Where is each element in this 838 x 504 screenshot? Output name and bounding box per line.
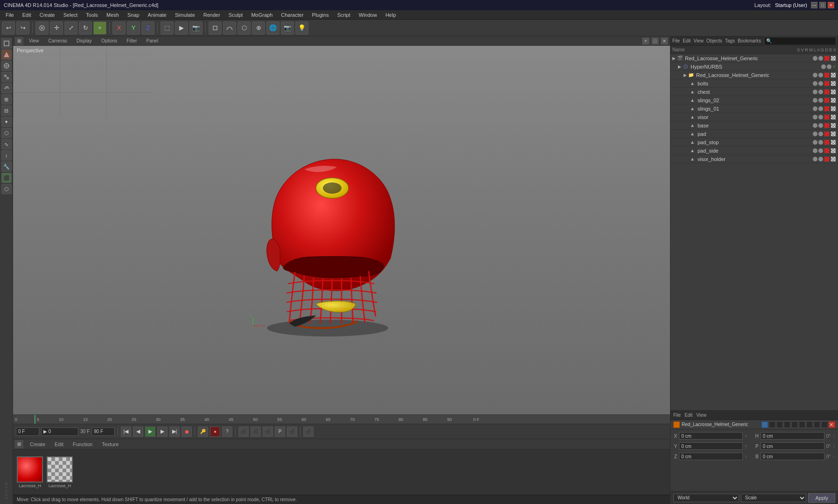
object-button[interactable] — [209, 21, 222, 35]
add-button[interactable]: + — [93, 21, 106, 35]
render-region-button[interactable]: ⬚ — [161, 21, 174, 35]
attr-ctrl-5[interactable] — [791, 421, 798, 428]
attr-menu-file[interactable]: File — [673, 413, 681, 418]
viewport-3d[interactable]: Perspective — [13, 46, 670, 414]
left-tool-3[interactable] — [1, 61, 12, 71]
rotate-button[interactable]: ↻ — [79, 21, 92, 35]
left-tool-4[interactable] — [1, 72, 12, 82]
viewport-tab-filter[interactable]: Filter — [123, 37, 140, 44]
left-tool-9[interactable]: ⬡ — [1, 128, 12, 138]
menu-select[interactable]: Select — [60, 11, 82, 19]
om-checker-padside[interactable] — [831, 148, 836, 154]
step-back-button[interactable]: ◀ — [133, 427, 143, 437]
marker-button[interactable]: ? — [222, 427, 232, 437]
x-axis-button[interactable]: X — [112, 21, 126, 35]
om-row-root[interactable]: ▶ 🎬 Red_Lacrosse_Helmet_Generic — [670, 54, 838, 63]
om-dot-psd2[interactable] — [818, 148, 823, 153]
om-row-visorholder[interactable]: ▲ visor_holder — [670, 155, 838, 163]
camera-button[interactable]: 📷 — [281, 21, 294, 35]
viewport-ctrl-2[interactable]: □ — [651, 37, 659, 45]
material-item-2[interactable]: Lacrosse_H — [47, 456, 73, 488]
viewport-ctrl-1[interactable]: + — [642, 37, 649, 45]
om-dot-b2[interactable] — [818, 81, 823, 86]
viewport-tab-display[interactable]: Display — [73, 37, 96, 44]
om-row-hypernurbs[interactable]: ▶ ⬡ HyperNURBS ✓ — [670, 63, 838, 71]
attr-ctrl-8[interactable] — [814, 421, 820, 428]
b-size-input[interactable] — [761, 453, 824, 460]
om-row-folder[interactable]: ▶ 📁 Red_Lacrosse_Helmet_Generic — [670, 71, 838, 79]
menu-help[interactable]: Help — [382, 11, 400, 19]
om-checker-folder[interactable] — [831, 72, 836, 78]
menu-mesh[interactable]: Mesh — [103, 11, 123, 19]
om-swatch-visor[interactable] — [824, 114, 830, 120]
menu-window[interactable]: Window — [355, 11, 381, 19]
om-menu-tags[interactable]: Tags — [725, 38, 735, 43]
object-search-input[interactable] — [764, 37, 836, 45]
menu-mograph[interactable]: MoGraph — [247, 11, 276, 19]
attr-ctrl-9[interactable] — [821, 421, 828, 428]
om-dot-ps1[interactable] — [813, 140, 817, 145]
om-dot-vh2[interactable] — [818, 157, 823, 161]
attr-ctrl-6[interactable] — [799, 421, 805, 428]
maximize-button[interactable]: □ — [819, 2, 826, 8]
go-start-button[interactable]: |◀ — [121, 427, 131, 437]
attr-ctrl-3[interactable] — [776, 421, 783, 428]
go-end-button[interactable]: ▶| — [169, 427, 180, 437]
scheme-button[interactable]: ⬛ — [303, 427, 314, 437]
left-tool-8[interactable]: ✦ — [1, 117, 12, 127]
om-dot-ba1[interactable] — [813, 123, 817, 128]
om-checker-padstop[interactable] — [831, 140, 836, 145]
om-swatch-padside[interactable] — [824, 148, 830, 154]
y-axis-button[interactable]: Y — [127, 21, 140, 35]
attr-ctrl-7[interactable] — [806, 421, 813, 428]
p-size-input[interactable] — [761, 442, 824, 450]
om-dot-f-2[interactable] — [818, 73, 823, 77]
menu-file[interactable]: File — [2, 11, 18, 19]
om-checker-visorholder[interactable] — [831, 156, 836, 162]
om-row-chest[interactable]: ▲ chest — [670, 88, 838, 96]
expand-icon[interactable]: ▶ — [672, 56, 676, 61]
end-frame-input[interactable] — [91, 427, 115, 436]
om-swatch-slings01[interactable] — [824, 106, 830, 112]
om-dot-v1[interactable] — [813, 115, 817, 119]
om-dot-b1[interactable] — [813, 81, 817, 86]
apply-button[interactable]: Apply — [808, 493, 835, 503]
om-dot-s1-1[interactable] — [813, 106, 817, 111]
om-row-padside[interactable]: ▲ pad_side — [670, 147, 838, 155]
om-menu-file[interactable]: File — [672, 38, 680, 43]
left-tool-14[interactable]: ⬡ — [1, 184, 12, 194]
left-tool-11[interactable]: ↕ — [1, 150, 12, 161]
om-menu-objects[interactable]: Objects — [706, 38, 722, 43]
scale-button[interactable]: ⤢ — [64, 21, 77, 35]
viewport-icon[interactable]: ⊞ — [15, 37, 23, 45]
coord-system-select[interactable]: World Object — [673, 494, 739, 502]
om-dot-ba2[interactable] — [818, 123, 823, 128]
menu-render[interactable]: Render — [200, 11, 224, 19]
menu-animate[interactable]: Animate — [144, 11, 170, 19]
om-swatch-slings02[interactable] — [824, 98, 830, 103]
om-checker-slings02[interactable] — [831, 98, 836, 103]
viewport-tab-options[interactable]: Options — [98, 37, 121, 44]
om-menu-view[interactable]: View — [693, 38, 704, 43]
om-checker-root[interactable] — [831, 56, 836, 61]
timeline-cursor[interactable] — [35, 415, 35, 424]
material-thumb-red[interactable] — [17, 456, 43, 483]
viewport-tab-cameras[interactable]: Cameras — [45, 37, 71, 44]
left-tool-5[interactable] — [1, 83, 12, 93]
mat-tab-edit[interactable]: Edit — [52, 441, 66, 448]
move-button[interactable]: ✛ — [50, 21, 63, 35]
attr-ctrl-2[interactable] — [769, 421, 775, 428]
menu-simulate[interactable]: Simulate — [171, 11, 199, 19]
om-swatch-chest[interactable] — [824, 89, 830, 95]
om-check-hn[interactable]: ✓ — [832, 64, 836, 69]
y-pos-input[interactable] — [679, 442, 743, 450]
motion-button[interactable]: ⬛ — [238, 427, 249, 437]
mat-tab-texture[interactable]: Texture — [99, 441, 121, 448]
om-dot-hn-1[interactable] — [821, 64, 826, 69]
deformer-button[interactable]: ⊕ — [252, 21, 265, 35]
om-swatch-padstop[interactable] — [824, 140, 830, 145]
left-tool-12[interactable]: 🔧 — [1, 161, 12, 172]
mat-tab-create[interactable]: Create — [27, 441, 48, 448]
h-size-input[interactable] — [761, 432, 824, 440]
om-dot-s1-2[interactable] — [818, 106, 823, 111]
